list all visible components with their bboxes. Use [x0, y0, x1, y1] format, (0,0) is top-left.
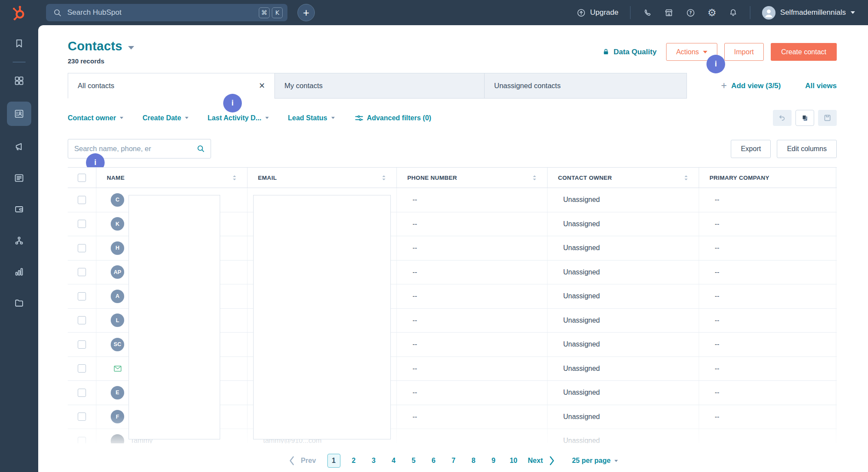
calling-icon[interactable] [642, 8, 652, 18]
row-checkbox[interactable] [78, 437, 86, 443]
sidebar-item-automations[interactable] [7, 230, 31, 251]
global-search[interactable]: Search HubSpot ⌘ K [46, 4, 287, 21]
import-label: Import [734, 48, 754, 56]
row-checkbox[interactable] [78, 244, 86, 252]
global-add-button[interactable]: + [297, 4, 315, 21]
pagination: Prev 12345678910 Next 25 per page [38, 452, 868, 469]
row-checkbox[interactable] [78, 340, 86, 349]
create-contact-button[interactable]: Create contact [771, 43, 837, 61]
chevron-down-icon [614, 460, 618, 462]
per-page-selector[interactable]: 25 per page [572, 457, 618, 465]
import-button[interactable]: Import [724, 43, 764, 61]
close-view-icon[interactable]: × [259, 81, 265, 91]
filter-lead-status[interactable]: Lead Status [288, 114, 335, 122]
page-7[interactable]: 7 [447, 454, 460, 468]
tab-my-contacts[interactable]: My contacts [274, 73, 485, 99]
page-3[interactable]: 3 [367, 454, 380, 468]
contact-avatar: SC [111, 338, 124, 351]
page-10[interactable]: 10 [507, 454, 520, 468]
row-checkbox[interactable] [78, 268, 86, 276]
help-icon[interactable]: ? [686, 8, 696, 18]
next-chevron-icon[interactable] [549, 455, 555, 466]
tab-all-contacts[interactable]: All contacts× [68, 73, 275, 99]
chevron-down-icon [703, 51, 707, 53]
sidebar-item-marketing[interactable] [7, 136, 31, 157]
sidebar-item-workspace[interactable] [7, 70, 31, 91]
sort-icon[interactable] [684, 174, 688, 182]
save-icon [823, 113, 832, 122]
sidebar-item-content[interactable] [7, 168, 31, 188]
data-quality-link[interactable]: Data Quality [602, 48, 657, 56]
page-9[interactable]: 9 [487, 454, 500, 468]
advanced-filters-link[interactable]: Advanced filters (0) [354, 113, 431, 122]
row-select-cell [68, 284, 96, 308]
row-checkbox[interactable] [78, 316, 86, 324]
sidebar-item-library[interactable] [7, 293, 31, 314]
page-1[interactable]: 1 [327, 454, 340, 468]
sidebar-item-bookmarks[interactable] [7, 33, 31, 54]
main-content: Contacts 230 records Data Quality Action… [38, 25, 868, 472]
contact-avatar: E [111, 386, 124, 399]
phone-cell: -- [397, 284, 548, 308]
page-2[interactable]: 2 [347, 454, 360, 468]
page-8[interactable]: 8 [467, 454, 480, 468]
owner-cell: Unassigned [548, 212, 699, 236]
sort-icon[interactable] [532, 174, 537, 182]
tab-unassigned-contacts[interactable]: Unassigned contacts [484, 73, 687, 99]
next-button[interactable]: Next [528, 457, 543, 465]
add-view-link[interactable]: + Add view (3/5) [721, 81, 781, 91]
row-checkbox[interactable] [78, 364, 86, 373]
row-checkbox[interactable] [78, 292, 86, 300]
envelope-icon [111, 362, 124, 375]
filter-last-activity-d[interactable]: Last Activity D... [208, 114, 269, 122]
clone-view-button[interactable] [795, 110, 814, 126]
k-key: K [272, 7, 283, 18]
sort-icon[interactable] [382, 174, 386, 182]
tab-label: Unassigned contacts [494, 82, 677, 90]
sidebar-item-reporting[interactable] [7, 261, 31, 282]
column-header-name[interactable]: NAME [96, 168, 248, 188]
edit-columns-button[interactable]: Edit columns [777, 140, 837, 158]
column-header-email[interactable]: EMAIL [248, 168, 397, 188]
marketplace-icon[interactable] [664, 8, 674, 18]
contact-avatar [111, 434, 124, 443]
row-checkbox[interactable] [78, 196, 86, 204]
sort-icon[interactable] [232, 174, 237, 182]
filter-contact-owner[interactable]: Contact owner [68, 114, 123, 122]
hubspot-logo-icon[interactable] [10, 4, 28, 21]
prev-chevron-icon[interactable] [288, 455, 295, 466]
row-checkbox[interactable] [78, 220, 86, 228]
phone-cell: -- [397, 381, 548, 405]
undo-button[interactable] [773, 110, 792, 126]
redaction-overlay-email [253, 195, 391, 439]
account-menu[interactable]: Selfmademillennials [762, 6, 855, 20]
row-checkbox[interactable] [78, 413, 86, 421]
page-5[interactable]: 5 [407, 454, 420, 468]
row-checkbox[interactable] [78, 389, 86, 397]
phone-cell: -- [397, 357, 548, 381]
automations-icon [13, 235, 25, 246]
upgrade-button[interactable]: Upgrade [576, 8, 618, 18]
column-header-phone-number[interactable]: PHONE NUMBER [397, 168, 548, 188]
sidebar-item-commerce[interactable] [7, 199, 31, 220]
filter-create-date[interactable]: Create Date [142, 114, 188, 122]
company-cell [699, 429, 836, 443]
all-views-link[interactable]: All views [805, 82, 837, 90]
owner-cell: Unassigned [548, 188, 699, 212]
table-search-input[interactable] [74, 145, 196, 153]
sidebar-item-contacts[interactable] [7, 102, 31, 126]
title-dropdown-icon[interactable] [128, 46, 134, 50]
save-view-button[interactable] [818, 110, 837, 126]
owner-cell: Unassigned [548, 309, 699, 333]
column-header-contact-owner[interactable]: CONTACT OWNER [548, 168, 699, 188]
owner-cell: Unassigned [548, 284, 699, 308]
column-header-primary-company[interactable]: PRIMARY COMPANY [699, 168, 836, 188]
select-all-checkbox[interactable] [78, 174, 86, 182]
page-4[interactable]: 4 [387, 454, 400, 468]
page-6[interactable]: 6 [427, 454, 440, 468]
settings-gear-icon[interactable]: ⚙ [707, 8, 716, 18]
export-button[interactable]: Export [731, 140, 771, 158]
prev-button[interactable]: Prev [301, 457, 316, 465]
tab-label: My contacts [284, 82, 475, 90]
notifications-bell-icon[interactable] [728, 8, 738, 18]
